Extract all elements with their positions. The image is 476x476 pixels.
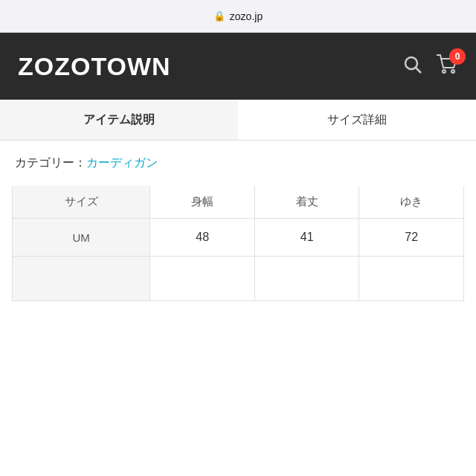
table-row: UM 48 41 72 [13, 219, 464, 257]
size-label-empty [13, 257, 150, 301]
cell-yuki-um: 72 [359, 219, 464, 257]
cell-empty-3 [359, 257, 464, 301]
tab-size-label: サイズ詳細 [327, 112, 387, 128]
logo[interactable]: ZOZOTOWN [18, 52, 171, 81]
content-area: カテゴリー：カーディガン サイズ 身幅 着丈 ゆき UM 48 41 72 [0, 141, 476, 301]
cell-take-um: 41 [254, 219, 359, 257]
table-row-empty [13, 257, 464, 301]
cart-button[interactable]: 0 [436, 54, 458, 78]
size-table: サイズ 身幅 着丈 ゆき UM 48 41 72 [12, 186, 464, 301]
tab-description-label: アイテム説明 [83, 112, 155, 128]
table-header-take: 着丈 [254, 186, 359, 219]
category-line: カテゴリー：カーディガン [12, 155, 464, 171]
cell-mibaba-um: 48 [150, 219, 255, 257]
address-bar: 🔒 zozo.jp [0, 0, 476, 33]
cell-empty-1 [150, 257, 255, 301]
svg-point-2 [443, 70, 446, 73]
svg-line-1 [416, 68, 421, 73]
table-header-mibaba: 身幅 [150, 186, 255, 219]
lock-icon: 🔒 [213, 10, 225, 22]
search-icon [403, 55, 422, 74]
table-header-size: サイズ [13, 186, 150, 219]
search-button[interactable] [403, 55, 422, 78]
table-header-yuki: ゆき [359, 186, 464, 219]
cell-empty-2 [254, 257, 359, 301]
url-text: zozo.jp [230, 10, 263, 22]
category-prefix: カテゴリー： [15, 156, 86, 169]
svg-point-3 [451, 70, 454, 73]
header: ZOZOTOWN 0 [0, 33, 476, 100]
header-icons: 0 [403, 54, 458, 78]
size-label-um: UM [13, 219, 150, 257]
tabs-row: アイテム説明 サイズ詳細 [0, 100, 476, 141]
svg-point-0 [405, 57, 417, 69]
tab-item-description[interactable]: アイテム説明 [0, 100, 238, 140]
cart-badge: 0 [449, 48, 466, 65]
category-link[interactable]: カーディガン [86, 156, 158, 169]
tab-item-size[interactable]: サイズ詳細 [238, 100, 476, 140]
